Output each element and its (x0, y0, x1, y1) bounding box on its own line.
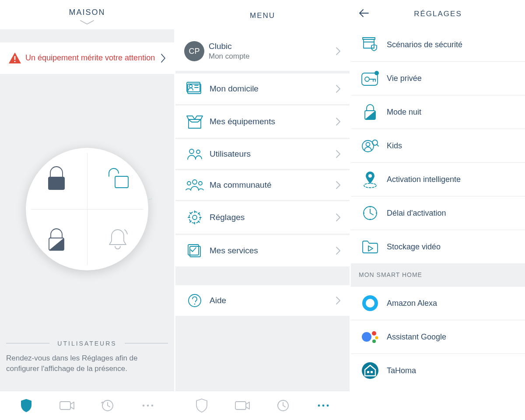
svg-point-24 (189, 294, 201, 307)
menu-label: Mes services (210, 246, 336, 256)
svg-point-21 (189, 212, 200, 223)
svg-point-25 (194, 304, 196, 305)
dial-partial[interactable] (26, 209, 87, 270)
menu-label: Aide (210, 296, 336, 305)
settings-video-storage[interactable]: Stockage vidéo (351, 230, 525, 263)
settings-night-mode[interactable]: Mode nuit (351, 95, 525, 129)
tab-camera[interactable] (57, 396, 77, 415)
alert-banner[interactable]: Un équipement mérite votre attention (0, 42, 174, 74)
shield-icon (20, 398, 33, 413)
tab-security[interactable] (192, 396, 211, 415)
svg-point-55 (372, 331, 376, 336)
shield-icon (195, 398, 208, 413)
svg-line-44 (377, 144, 378, 146)
tahoma-icon (361, 361, 379, 380)
menu-item-settings[interactable]: Réglages (175, 201, 350, 234)
screen-menu: MENU CP Clubic Mon compte Mon domicile M… (174, 0, 350, 420)
svg-point-50 (370, 219, 371, 220)
dial-locked[interactable] (26, 148, 87, 209)
settings-label: Délai d'activation (381, 209, 516, 218)
settings-label: Kids (381, 141, 516, 150)
bell-icon (106, 227, 129, 252)
svg-point-45 (364, 183, 376, 188)
svg-point-48 (370, 206, 371, 207)
menu-item-help[interactable]: Aide (175, 285, 350, 316)
users-icon (186, 147, 203, 161)
settings-label: Assistant Google (381, 332, 516, 342)
settings-activation-delay[interactable]: Délai d'activation (351, 196, 525, 230)
settings-label: Stockage vidéo (381, 242, 516, 252)
svg-point-29 (322, 405, 324, 407)
settings-google-assistant[interactable]: Assistant Google (351, 320, 525, 354)
svg-point-7 (142, 405, 144, 407)
chevron-right-icon (336, 117, 341, 126)
svg-rect-0 (14, 56, 16, 60)
tab-camera[interactable] (233, 396, 252, 415)
chevron-right-icon (336, 84, 341, 93)
settings-label: TaHoma (381, 366, 516, 375)
svg-point-39 (374, 71, 379, 75)
users-heading: UTILISATEURS (57, 340, 116, 347)
svg-point-57 (372, 340, 376, 343)
menu-item-home[interactable]: Mon domicile (175, 74, 350, 104)
menu-item-users[interactable]: Utilisateurs (175, 139, 350, 169)
menu-label: Mon domicile (210, 84, 336, 94)
tab-history[interactable] (273, 396, 292, 415)
svg-rect-26 (235, 402, 246, 410)
box-icon (186, 113, 203, 130)
settings-tahoma[interactable]: TaHoma (351, 354, 525, 387)
svg-point-35 (365, 77, 369, 81)
night-mode-icon (363, 103, 378, 121)
svg-rect-1 (14, 61, 16, 62)
warning-icon (8, 51, 22, 65)
locked-icon (45, 165, 68, 192)
camera-icon (59, 400, 75, 411)
svg-point-53 (366, 299, 374, 308)
settings-label: Mode nuit (381, 108, 516, 117)
back-button[interactable] (359, 9, 369, 19)
settings-label: Scénarios de sécurité (381, 40, 516, 49)
svg-point-15 (189, 149, 194, 154)
gear-icon (186, 209, 203, 226)
settings-security-scenarios[interactable]: Scénarios de sécurité (351, 28, 525, 61)
header-title: MENU (175, 0, 350, 32)
dial-alarm[interactable] (87, 209, 148, 270)
svg-point-49 (376, 213, 377, 214)
svg-rect-5 (60, 402, 70, 410)
tab-more[interactable] (138, 396, 158, 415)
menu-item-equipment[interactable]: Mes équipements (175, 105, 350, 138)
settings-kids[interactable]: Kids (351, 129, 525, 162)
menu-label: Réglages (210, 213, 336, 222)
checklist-icon (186, 243, 203, 259)
help-icon (187, 293, 202, 308)
menu-profile[interactable]: CP Clubic Mon compte (175, 32, 350, 71)
svg-point-19 (199, 182, 202, 185)
header-title[interactable]: MAISON (69, 8, 105, 17)
svg-point-8 (147, 405, 149, 407)
menu-item-community[interactable]: Ma communauté (175, 170, 350, 200)
svg-point-16 (196, 150, 200, 154)
chevron-right-icon (160, 53, 166, 63)
smart-activation-icon (362, 170, 378, 189)
tab-history[interactable] (98, 396, 117, 415)
history-icon (100, 399, 114, 413)
dial-unlocked[interactable] (87, 148, 148, 209)
svg-point-54 (362, 332, 371, 342)
svg-point-9 (151, 405, 153, 407)
tab-security[interactable] (17, 396, 36, 415)
alert-text: Un équipement mérite votre attention (22, 53, 160, 63)
privacy-icon (360, 70, 380, 87)
menu-label: Mes équipements (210, 117, 336, 126)
tab-more[interactable] (314, 396, 333, 415)
settings-alexa[interactable]: Amazon Alexa (351, 286, 525, 320)
community-icon (185, 178, 204, 192)
settings-smart-activation[interactable]: Activation intelligente (351, 162, 525, 196)
svg-rect-59 (367, 371, 369, 373)
chevron-right-icon (336, 150, 341, 158)
settings-privacy[interactable]: Vie privée (351, 61, 525, 95)
svg-point-12 (189, 85, 192, 88)
svg-point-51 (364, 213, 364, 214)
chevron-right-icon (336, 246, 341, 255)
unlocked-icon (105, 167, 131, 190)
menu-item-services[interactable]: Mes services (175, 235, 350, 266)
